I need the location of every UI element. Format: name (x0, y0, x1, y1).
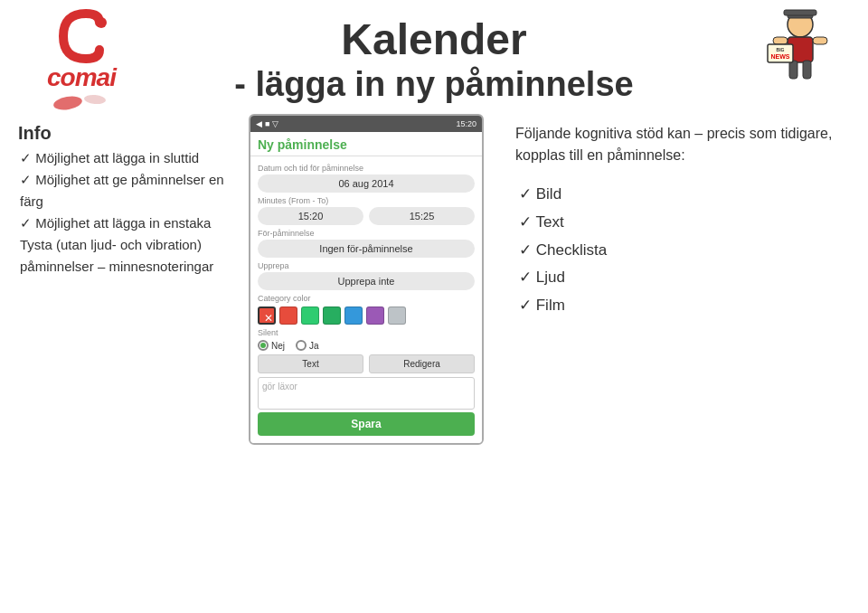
save-button[interactable]: Spara (258, 412, 475, 436)
list-item-text: Text (515, 209, 850, 237)
info-title: Info (18, 123, 235, 144)
phone-body: Datum och tid för påminnelse 06 aug 2014… (250, 156, 482, 443)
redigera-button[interactable]: Redigera (369, 354, 475, 373)
page-title-line2: - lägga in ny påminnelse (0, 64, 868, 106)
phone-screen: ◀ ■ ▽ 15:20 Ny påminnelse Datum och tid … (249, 114, 484, 445)
right-checklist: Bild Text Checklista Ljud Film (515, 181, 850, 319)
back-icon: ◀ (256, 119, 262, 128)
color-dot-red-x[interactable]: ✕ (258, 306, 276, 325)
list-item-checklista: Checklista (515, 237, 850, 265)
list-item: Möjlighet att lägga in sluttid (18, 147, 235, 169)
phone-app-title: Ny påminnelse (258, 137, 475, 152)
left-checklist: Möjlighet att lägga in sluttid Möjlighet… (18, 147, 235, 278)
phone-app-header: Ny påminnelse (250, 132, 482, 156)
list-item-bild: Bild (515, 181, 850, 209)
color-dot-dark-green[interactable] (323, 306, 341, 325)
text-button[interactable]: Text (258, 354, 363, 373)
radio-ja-circle (296, 340, 307, 351)
note-textarea[interactable]: gör läxor (258, 377, 475, 410)
radio-row: Nej Ja (258, 340, 475, 351)
color-row: ✕ (258, 306, 475, 325)
list-item: Möjlighet att lägga in enstaka Tysta (ut… (18, 212, 235, 278)
time-to: 15:25 (369, 207, 475, 225)
category-label: Category color (258, 294, 475, 303)
radio-nej[interactable]: Nej (258, 340, 285, 351)
status-left-icons: ◀ ■ ▽ (256, 119, 278, 128)
pre-reminder-label: För-påminnelse (258, 229, 475, 238)
list-item: Möjlighet att ge påminnelser en färg (18, 169, 235, 212)
radio-ja[interactable]: Ja (296, 340, 319, 351)
right-intro-text: Följande kognitiva stöd kan – precis som… (515, 123, 850, 166)
color-dot-purple[interactable] (366, 306, 384, 325)
radio-nej-circle (258, 340, 269, 351)
right-column: Följande kognitiva stöd kan – precis som… (497, 114, 850, 445)
color-dot-red[interactable] (279, 306, 297, 325)
recent-icon: ▽ (272, 119, 278, 128)
date-label: Datum och tid för påminnelse (258, 164, 475, 173)
phone-mockup: ◀ ■ ▽ 15:20 Ny påminnelse Datum och tid … (244, 114, 488, 445)
home-icon: ■ (265, 119, 269, 128)
status-time: 15:20 (456, 119, 476, 128)
phone-status-bar: ◀ ■ ▽ 15:20 (250, 116, 482, 132)
action-btn-row: Text Redigera (258, 354, 475, 373)
radio-nej-label: Nej (271, 341, 285, 351)
page-header: Kalender - lägga in ny påminnelse (0, 0, 868, 105)
time-from: 15:20 (258, 207, 363, 225)
list-item-ljud: Ljud (515, 264, 850, 292)
svg-text:✕: ✕ (264, 312, 273, 325)
repeat-value: Upprepa inte (258, 272, 475, 290)
page-title-line1: Kalender (0, 16, 868, 64)
list-item-film: Film (515, 292, 850, 320)
time-label: Minutes (From - To) (258, 196, 475, 205)
date-value: 06 aug 2014 (258, 174, 475, 193)
textarea-placeholder: gör läxor (262, 382, 297, 391)
pre-reminder-value: Ingen för-påminnelse (258, 240, 475, 258)
radio-ja-label: Ja (309, 341, 319, 351)
left-column: Info Möjlighet att lägga in sluttid Möjl… (18, 114, 235, 445)
silent-label: Silent (258, 328, 475, 337)
time-row: 15:20 15:25 (258, 207, 475, 225)
repeat-label: Upprepa (258, 261, 475, 270)
main-content: Info Möjlighet att lägga in sluttid Möjl… (0, 114, 868, 445)
color-dot-green[interactable] (301, 306, 319, 325)
color-dot-gray[interactable] (388, 306, 406, 325)
color-dot-blue[interactable] (344, 306, 363, 325)
